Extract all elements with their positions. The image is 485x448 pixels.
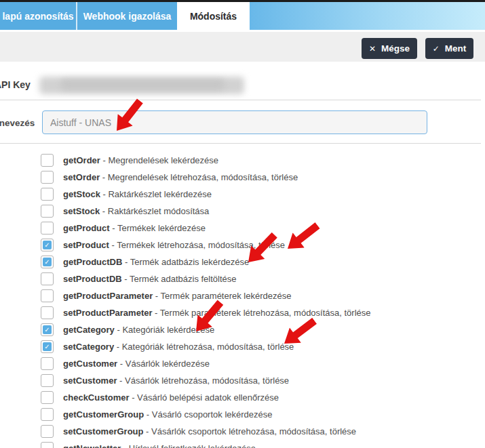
permission-label: getOrder - Megrendelések lekérdezése bbox=[63, 155, 218, 165]
tab-bar-gradient-filler bbox=[250, 2, 485, 30]
permission-row-getProductDB: getProductDB - Termék adatbázis lekérdez… bbox=[0, 253, 485, 270]
permission-label: checkCustomer - Vásárló belépési adatok … bbox=[63, 392, 279, 403]
permission-label: setCategory - Kategóriák létrehozása, mó… bbox=[63, 342, 294, 352]
permission-checkbox[interactable] bbox=[41, 323, 54, 336]
permission-label: getStock - Raktárkészlet lekérdezése bbox=[63, 189, 212, 199]
permission-label: getProductDB - Termék adatbázis lekérdez… bbox=[63, 257, 249, 267]
permission-label: getProductParameter - Termék paraméterek… bbox=[63, 291, 291, 301]
permission-row-setProduct: setProduct - Termékek létrehozása, módos… bbox=[0, 237, 485, 253]
save-button-label: Ment bbox=[445, 43, 467, 54]
save-button[interactable]: ✓ Ment bbox=[425, 38, 473, 59]
api-key-redacted-value-inner bbox=[61, 79, 224, 90]
permission-label: setCustomer - Vásárlók létrehozása, módo… bbox=[63, 375, 289, 386]
permission-list: getOrder - Megrendelések lekérdezése set… bbox=[0, 152, 485, 448]
permission-label: getCategory - Kategóriák lekérdezése bbox=[63, 325, 214, 335]
permission-row-setCustomer: setCustomer - Vásárlók létrehozása, módo… bbox=[0, 372, 485, 389]
permission-checkbox[interactable] bbox=[41, 442, 54, 448]
permission-row-getStock: getStock - Raktárkészlet lekérdezése bbox=[0, 186, 485, 203]
api-key-label: API Key bbox=[0, 79, 31, 90]
permission-row-setStock: setStock - Raktárkészlet módosítása bbox=[0, 203, 485, 220]
name-input[interactable] bbox=[42, 110, 427, 134]
permission-row-getCustomerGroup: getCustomerGroup - Vásárló csoportok lek… bbox=[0, 406, 485, 423]
permission-checkbox[interactable] bbox=[41, 154, 54, 167]
permission-row-setCategory: setCategory - Kategóriák létrehozása, mó… bbox=[0, 338, 485, 355]
tab-key-based-auth[interactable]: lapú azonosítás bbox=[0, 2, 77, 30]
permission-row-getCategory: getCategory - Kategóriák lekérdezése bbox=[0, 321, 485, 338]
permission-row-getProduct: getProduct - Termékek lekérdezése bbox=[0, 220, 485, 237]
cancel-button-label: Mégse bbox=[381, 43, 410, 54]
permission-checkbox[interactable] bbox=[41, 171, 54, 184]
permission-row-getProductParameter: getProductParameter - Termék paraméterek… bbox=[0, 287, 485, 304]
permission-checkbox[interactable] bbox=[41, 289, 54, 302]
permission-checkbox[interactable] bbox=[41, 425, 54, 438]
permission-row-getCustomer: getCustomer - Vásárlók lekérdezése bbox=[0, 355, 485, 372]
permission-checkbox[interactable] bbox=[41, 391, 54, 404]
permission-checkbox[interactable] bbox=[41, 256, 54, 268]
close-icon: ✕ bbox=[369, 44, 376, 54]
permission-checkbox[interactable] bbox=[41, 222, 54, 235]
permission-row-setCustomerGroup: setCustomerGroup - Vásárlók csoportok lé… bbox=[0, 423, 485, 440]
permission-checkbox[interactable] bbox=[41, 408, 54, 421]
permission-row-setProductParameter: setProductParameter - Termék paraméterek… bbox=[0, 304, 485, 321]
permission-label: setOrder - Megrendelések létrehozása, mó… bbox=[63, 172, 298, 182]
permission-label: getNewsletter - Hírlevél feliratkozók le… bbox=[63, 443, 256, 448]
permission-label: setProductParameter - Termék paraméterek… bbox=[63, 308, 371, 318]
permission-checkbox[interactable] bbox=[41, 272, 54, 285]
permission-row-getNewsletter: getNewsletter - Hírlevél feliratkozók le… bbox=[0, 440, 485, 448]
permission-label: getCustomer - Vásárlók lekérdezése bbox=[63, 359, 210, 369]
permission-label: getCustomerGroup - Vásárló csoportok lek… bbox=[63, 409, 273, 420]
permission-checkbox[interactable] bbox=[41, 357, 54, 370]
permission-checkbox[interactable] bbox=[41, 205, 54, 218]
permission-checkbox[interactable] bbox=[41, 188, 54, 201]
permission-checkbox[interactable] bbox=[41, 340, 54, 353]
check-icon: ✓ bbox=[433, 44, 440, 54]
permission-label: setCustomerGroup - Vásárlók csoportok lé… bbox=[63, 426, 356, 436]
permission-checkbox[interactable] bbox=[41, 374, 54, 387]
permission-label: setProduct - Termékek létrehozása, módos… bbox=[63, 240, 285, 250]
permission-checkbox[interactable] bbox=[41, 306, 54, 319]
permission-label: setProductDB - Termék adatbázis feltölté… bbox=[63, 274, 237, 284]
divider bbox=[0, 143, 481, 144]
permission-label: getProduct - Termékek lekérdezése bbox=[63, 223, 206, 233]
permission-row-setOrder: setOrder - Megrendelések létrehozása, mó… bbox=[0, 169, 485, 186]
tab-modify-active[interactable]: Módosítás bbox=[177, 2, 250, 30]
tab-webhook-verification[interactable]: Webhook igazolása bbox=[77, 2, 177, 30]
tab-bar: lapú azonosítás Webhook igazolása Módosí… bbox=[0, 2, 485, 30]
name-label: Elnevezés bbox=[0, 118, 35, 128]
cancel-button[interactable]: ✕ Mégse bbox=[362, 38, 417, 59]
permission-checkbox[interactable] bbox=[41, 239, 54, 251]
permission-row-setProductDB: setProductDB - Termék adatbázis feltölté… bbox=[0, 270, 485, 287]
permission-row-checkCustomer: checkCustomer - Vásárló belépési adatok … bbox=[0, 389, 485, 406]
action-toolbar: ✕ Mégse ✓ Ment bbox=[0, 32, 485, 62]
divider bbox=[0, 100, 481, 100]
modify-api-key-page: lapú azonosítás Webhook igazolása Módosí… bbox=[0, 0, 485, 448]
permission-row-getOrder: getOrder - Megrendelések lekérdezése bbox=[0, 152, 485, 169]
permission-label: setStock - Raktárkészlet módosítása bbox=[63, 206, 209, 216]
